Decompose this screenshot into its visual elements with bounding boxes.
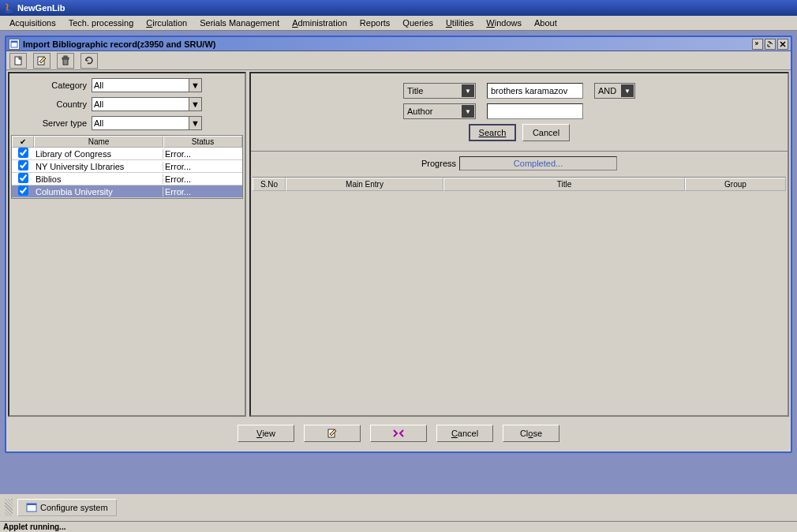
configure-system-button[interactable]: Configure system [17,499,117,516]
col-group[interactable]: Group [685,178,786,191]
mdi-area: Import Bibliographic record(z3950 and SR… [0,31,797,458]
chevron-down-icon: ▼ [621,84,634,97]
cancel-button[interactable]: Cancel [436,425,493,442]
new-button[interactable] [9,53,27,69]
server-name: Library of Congress [34,149,163,159]
view-button[interactable]: View [238,425,294,442]
svg-rect-10 [27,504,36,505]
menu-circulation[interactable]: Circulation [140,17,193,29]
edit-button[interactable] [33,53,51,69]
chevron-down-icon: ▼ [462,84,474,97]
chevron-down-icon: ▼ [189,117,201,129]
results-header: S.No Main Entry Title Group [253,178,786,191]
server-status: Error... [163,187,242,197]
search-cancel-button[interactable]: Cancel [522,124,570,141]
menu-windows[interactable]: Windows [480,17,528,29]
menu-administration[interactable]: Administration [286,17,354,29]
chevron-down-icon: ▼ [189,98,201,111]
taskbar-handle[interactable] [5,499,13,516]
edit-record-button[interactable] [304,425,361,442]
col-main-entry[interactable]: Main Entry [286,178,443,191]
server-row[interactable]: Library of CongressError... [12,148,242,160]
status-bar: Applet running... [0,521,797,532]
op1-combo[interactable]: AND ▼ [594,83,635,99]
internal-window-title: Import Bibliographic record(z3950 and SR… [23,39,752,49]
chevron-down-icon: ▼ [462,105,474,118]
server-row[interactable]: Columbia UniversityError... [12,185,242,198]
delete-button[interactable] [57,53,74,69]
bottom-buttons: View Cancel Close [6,418,791,448]
category-label: Category [13,81,92,90]
svg-rect-2 [11,41,17,43]
menu-utilities[interactable]: Utilities [440,17,480,29]
app-title: NewGenLib [17,3,65,13]
server-row[interactable]: BibliosError... [12,173,242,185]
chevron-down-icon: ▼ [189,79,201,92]
server-name: Columbia University [34,187,163,197]
col-title[interactable]: Title [443,178,685,191]
menu-acquisitions[interactable]: Acquisitions [3,17,62,29]
search-button[interactable]: Search [469,124,516,141]
progress-area: Progress Completed... [251,151,788,175]
servertype-label: Server type [13,118,92,128]
field1-input[interactable] [487,83,583,99]
servers-panel: Category All ▼ Country All ▼ Server type [8,72,246,417]
minimize-button[interactable] [752,39,763,50]
server-status: Error... [163,162,242,171]
menu-reports[interactable]: Reports [354,17,397,29]
taskbar: Configure system [0,494,797,521]
server-name: NY University LIbraries [34,162,163,171]
menu-serials[interactable]: Serials Management [193,17,286,29]
toolbar [6,51,791,70]
window-icon [26,502,37,513]
internal-titlebar: Import Bibliographic record(z3950 and SR… [6,37,791,51]
field2-type-combo[interactable]: Author ▼ [403,103,476,119]
maximize-button[interactable] [765,39,776,50]
col-name[interactable]: Name [34,136,163,148]
col-sno[interactable]: S.No [253,178,286,191]
menu-tech-processing[interactable]: Tech. processing [62,17,140,29]
server-table: ✔ Name Status Library of CongressError..… [11,135,243,199]
server-checkbox[interactable] [18,173,28,183]
menu-queries[interactable]: Queries [396,17,440,29]
window-icon [9,39,20,50]
import-biblio-window: Import Bibliographic record(z3950 and SR… [5,36,792,453]
content-area: Category All ▼ Country All ▼ Server type [6,70,791,418]
server-status: Error... [163,174,242,184]
menubar: Acquisitions Tech. processing Circulatio… [0,16,797,31]
country-label: Country [13,99,92,109]
search-panel: Title ▼ AND ▼ Author ▼ [249,72,789,417]
svg-point-0 [6,10,13,13]
server-status: Error... [163,149,242,159]
close-window-button[interactable]: Close [503,425,559,442]
servertype-combo[interactable]: All ▼ [92,116,202,130]
col-status[interactable]: Status [163,136,242,148]
app-titlebar: NewGenLib [0,0,797,16]
refresh-button[interactable] [80,53,98,69]
field1-type-combo[interactable]: Title ▼ [403,83,476,99]
server-table-header: ✔ Name Status [12,136,242,148]
server-row[interactable]: NY University LIbrariesError... [12,160,242,173]
bottom-area: Configure system Applet running... [0,494,797,532]
java-icon [3,2,14,13]
col-check[interactable]: ✔ [12,136,34,148]
server-checkbox[interactable] [18,185,28,196]
progress-bar: Completed... [459,156,617,170]
category-combo[interactable]: All ▼ [92,78,202,92]
svg-rect-7 [64,56,67,58]
progress-label: Progress [421,159,456,168]
merge-button[interactable] [370,425,427,442]
results-body [253,191,786,412]
results-table: S.No Main Entry Title Group [253,177,786,414]
field2-input[interactable] [487,103,583,119]
search-area: Title ▼ AND ▼ Author ▼ [251,73,788,151]
server-name: Biblios [34,174,163,184]
menu-about[interactable]: About [528,17,563,29]
country-combo[interactable]: All ▼ [92,97,202,111]
server-checkbox[interactable] [18,148,28,158]
server-checkbox[interactable] [18,160,28,170]
close-button[interactable] [777,39,788,50]
